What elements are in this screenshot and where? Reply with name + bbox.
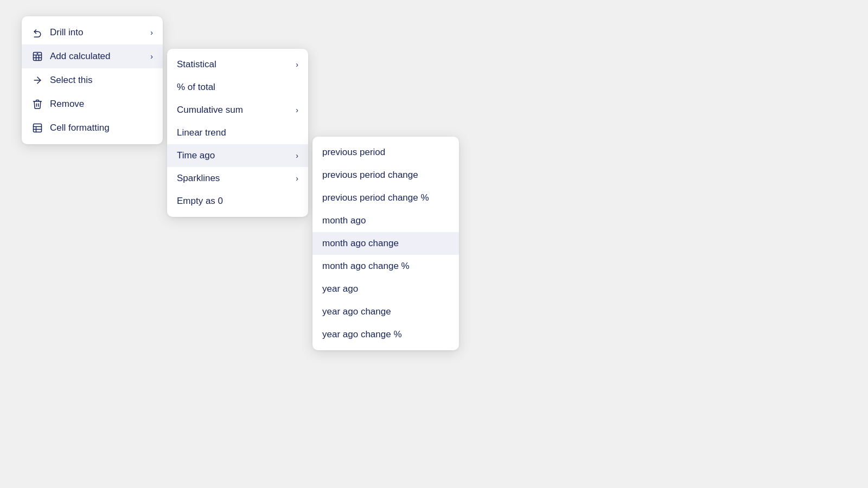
table-icon	[31, 122, 43, 134]
arrow-right-icon	[31, 74, 43, 86]
menu-item-sparklines[interactable]: Sparklines ›	[167, 167, 308, 190]
chevron-right-icon-5: ›	[296, 151, 298, 160]
menu-level2: Statistical › % of total Cumulative sum …	[167, 49, 308, 217]
menu-label-add-calculated: Add calculated	[50, 51, 144, 62]
menu-item-remove[interactable]: Remove	[22, 92, 163, 116]
menu-item-empty-as-0[interactable]: Empty as 0	[167, 190, 308, 213]
menu-label-year-ago-change-pct: year ago change %	[322, 329, 449, 340]
menu-label-remove: Remove	[50, 99, 153, 110]
menu-item-previous-period[interactable]: previous period	[312, 141, 459, 164]
menu-label-empty-as-0: Empty as 0	[177, 196, 298, 207]
menu-item-statistical[interactable]: Statistical ›	[167, 53, 308, 76]
grid-calc-icon	[31, 50, 43, 62]
chevron-right-icon-2: ›	[150, 52, 153, 61]
menu-item-year-ago[interactable]: year ago	[312, 278, 459, 300]
menu-label-statistical: Statistical	[177, 59, 289, 70]
menu-label-pct-of-total: % of total	[177, 82, 298, 93]
menu-label-month-ago: month ago	[322, 215, 449, 226]
menu-label-cumulative-sum: Cumulative sum	[177, 105, 289, 115]
menu-item-cell-formatting[interactable]: Cell formatting	[22, 116, 163, 140]
menu-item-linear-trend[interactable]: Linear trend	[167, 121, 308, 144]
menu-label-linear-trend: Linear trend	[177, 127, 298, 138]
menu-level3: previous period previous period change p…	[312, 137, 459, 350]
menu-item-add-calculated[interactable]: Add calculated ›	[22, 44, 163, 68]
menu-label-previous-period-change-pct: previous period change %	[322, 192, 449, 203]
menu-label-cell-formatting: Cell formatting	[50, 123, 153, 133]
menu-item-previous-period-change-pct[interactable]: previous period change %	[312, 187, 459, 209]
menu-item-select-this[interactable]: Select this	[22, 68, 163, 92]
menu-level1: Drill into › Add calculated ›	[22, 16, 163, 144]
drill-icon	[31, 27, 43, 38]
chevron-right-icon-6: ›	[296, 174, 298, 183]
menu-label-year-ago-change: year ago change	[322, 306, 449, 317]
menu-item-year-ago-change[interactable]: year ago change	[312, 300, 459, 323]
svg-rect-8	[34, 124, 42, 132]
menu-label-select-this: Select this	[50, 75, 153, 86]
chevron-right-icon: ›	[150, 28, 153, 37]
menu-item-time-ago[interactable]: Time ago ›	[167, 144, 308, 167]
menu-item-cumulative-sum[interactable]: Cumulative sum ›	[167, 99, 308, 121]
menu-label-month-ago-change-pct: month ago change %	[322, 261, 449, 272]
menu-label-sparklines: Sparklines	[177, 173, 289, 184]
menu-label-year-ago: year ago	[322, 284, 449, 294]
menu-label-previous-period: previous period	[322, 147, 449, 158]
menu-item-previous-period-change[interactable]: previous period change	[312, 164, 459, 187]
menu-label-previous-period-change: previous period change	[322, 170, 449, 181]
menu-label-drill-into: Drill into	[50, 27, 144, 38]
context-menu-container: Drill into › Add calculated ›	[22, 16, 459, 350]
trash-icon	[31, 98, 43, 110]
chevron-right-icon-4: ›	[296, 106, 298, 114]
menu-item-month-ago-change-pct[interactable]: month ago change %	[312, 255, 459, 278]
menu-item-month-ago[interactable]: month ago	[312, 209, 459, 232]
chevron-right-icon-3: ›	[296, 60, 298, 69]
menu-item-drill-into[interactable]: Drill into ›	[22, 21, 163, 44]
menu-item-month-ago-change[interactable]: month ago change	[312, 232, 459, 255]
menu-label-time-ago: Time ago	[177, 150, 289, 161]
menu-item-year-ago-change-pct[interactable]: year ago change %	[312, 323, 459, 346]
menu-item-pct-of-total[interactable]: % of total	[167, 76, 308, 99]
menu-label-month-ago-change: month ago change	[322, 238, 449, 249]
